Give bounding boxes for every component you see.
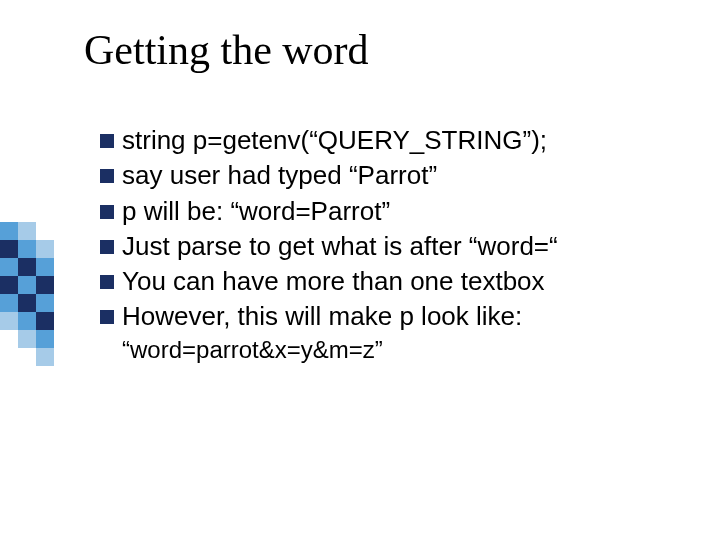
bullet-item: Just parse to get what is after “word=“ xyxy=(100,230,690,263)
stripe xyxy=(18,240,36,258)
bullet-item: You can have more than one textbox xyxy=(100,265,690,298)
stripe xyxy=(36,276,54,294)
stripe xyxy=(0,312,18,330)
stripe xyxy=(36,294,54,312)
bullet-icon xyxy=(100,240,114,254)
bullet-icon xyxy=(100,275,114,289)
bullet-text: p will be: “word=Parrot” xyxy=(122,195,690,228)
stripe xyxy=(36,330,54,348)
stripe xyxy=(0,294,18,312)
stripe xyxy=(36,240,54,258)
sub-text: “word=parrot&x=y&m=z” xyxy=(122,336,690,364)
bullet-icon xyxy=(100,205,114,219)
stripe xyxy=(18,258,36,276)
bullet-text: string p=getenv(“QUERY_STRING”); xyxy=(122,124,690,157)
bullet-text: However, this will make p look like: xyxy=(122,300,690,333)
stripe xyxy=(18,294,36,312)
stripe xyxy=(18,330,36,348)
bullet-item: However, this will make p look like: xyxy=(100,300,690,333)
stripe xyxy=(0,276,18,294)
slide-content: string p=getenv(“QUERY_STRING”); say use… xyxy=(100,124,690,364)
decorative-sidebar xyxy=(0,0,58,540)
bullet-text: Just parse to get what is after “word=“ xyxy=(122,230,690,263)
bullet-text: say user had typed “Parrot” xyxy=(122,159,690,192)
stripe xyxy=(36,312,54,330)
bullet-icon xyxy=(100,169,114,183)
stripe xyxy=(0,258,18,276)
bullet-item: say user had typed “Parrot” xyxy=(100,159,690,192)
stripe xyxy=(36,258,54,276)
stripe xyxy=(18,312,36,330)
stripe xyxy=(0,240,18,258)
stripe xyxy=(18,222,36,240)
bullet-item: string p=getenv(“QUERY_STRING”); xyxy=(100,124,690,157)
stripe xyxy=(0,222,18,240)
bullet-icon xyxy=(100,310,114,324)
stripe xyxy=(36,348,54,366)
bullet-icon xyxy=(100,134,114,148)
stripe xyxy=(18,276,36,294)
bullet-item: p will be: “word=Parrot” xyxy=(100,195,690,228)
slide-title: Getting the word xyxy=(84,26,369,74)
bullet-text: You can have more than one textbox xyxy=(122,265,690,298)
